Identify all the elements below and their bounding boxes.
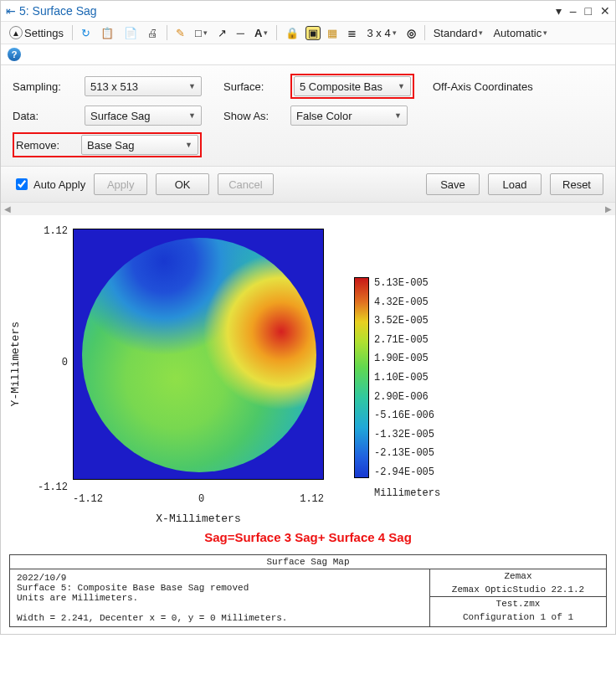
ok-button[interactable]: OK — [156, 173, 209, 195]
heatmap — [73, 229, 324, 480]
back-icon[interactable]: ⇤ — [6, 4, 16, 18]
x-axis-label: X-Millimeters — [73, 512, 324, 525]
apply-button: Apply — [94, 173, 147, 195]
arrow-icon[interactable]: ↗ — [214, 25, 230, 41]
colorbar: 5.13E-005 4.32E-005 3.52E-005 2.71E-005 … — [349, 250, 475, 478]
titlebar: ⇤ 5: Surface Sag ▾ – □ ✕ — [1, 1, 615, 21]
button-row: Auto Apply Apply OK Cancel Save Load Res… — [1, 166, 615, 202]
surface-label: Surface: — [223, 80, 284, 93]
showas-label: Show As: — [223, 110, 284, 122]
chevron-up-icon: ▲ — [9, 26, 23, 39]
reset-button[interactable]: Reset — [550, 173, 603, 195]
save-button[interactable]: Save — [426, 173, 480, 195]
y-axis-label: Y-Millimeters — [9, 322, 31, 406]
row-data-showas: Data: Surface Sag ▼ Show As: False Color… — [13, 106, 603, 126]
surface-highlight: 5 Composite Bas ▼ — [290, 74, 414, 99]
rectangle-icon[interactable]: □ — [192, 25, 211, 41]
auto-apply-checkbox[interactable]: Auto Apply — [13, 176, 85, 193]
minimize-icon[interactable]: – — [570, 4, 577, 18]
grid-size-button[interactable]: 3 x 4 — [363, 25, 399, 41]
sampling-label: Sampling: — [13, 80, 78, 93]
colorbar-gradient — [354, 277, 369, 478]
target-icon[interactable]: ◎ — [403, 25, 419, 41]
help-icon[interactable]: ? — [8, 48, 21, 61]
automatic-dropdown[interactable]: Automatic — [490, 25, 551, 41]
chevron-down-icon: ▼ — [185, 141, 192, 149]
separator — [276, 25, 277, 40]
settings-expand-button[interactable]: ▲ Settings — [6, 24, 67, 41]
horizontal-scrollbar[interactable]: ◀ ▶ — [1, 202, 615, 215]
cb-tick: 5.13E-005 — [374, 277, 434, 289]
cb-tick: -5.16E-006 — [374, 409, 434, 421]
auto-apply-input[interactable] — [16, 178, 28, 190]
footer-body: 2022/10/9 Surface 5: Composite Base Base… — [10, 569, 606, 626]
cancel-button: Cancel — [218, 173, 273, 195]
chevron-down-icon: ▼ — [188, 82, 196, 90]
y-tick-mid: 0 — [31, 357, 73, 368]
print-icon[interactable]: 🖨 — [144, 25, 162, 41]
footer: Surface Sag Map 2022/10/9 Surface 5: Com… — [9, 554, 607, 627]
maximize-icon[interactable]: □ — [585, 4, 592, 18]
window-layout-icon[interactable]: ▦ — [324, 25, 341, 41]
data-label: Data: — [13, 110, 78, 122]
separator — [72, 25, 73, 40]
toolbar: ▲ Settings ↻ 📋 📄 🖨 ✎ □ ↗ ─ A 🔒 ▣ ▦ ≣ 3 x… — [1, 21, 615, 44]
auto-apply-label: Auto Apply — [33, 178, 85, 191]
heatmap-circle — [82, 238, 316, 472]
cb-tick: 2.71E-005 — [374, 334, 434, 346]
plot-area: Y-Millimeters 1.12 0 -1.12 -1.12 0 1.12 … — [1, 215, 615, 554]
fl0: 2022/10/9 — [17, 573, 66, 583]
helpbar: ? — [1, 44, 615, 64]
load-button[interactable]: Load — [488, 173, 542, 195]
fr-bot2: Configuration 1 of 1 — [430, 610, 606, 624]
colorbar-labels: 5.13E-005 4.32E-005 3.52E-005 2.71E-005 … — [374, 277, 434, 478]
line-icon[interactable]: ─ — [234, 25, 248, 41]
x-ticks: -1.12 0 1.12 — [73, 492, 324, 505]
pencil-icon[interactable]: ✎ — [172, 25, 188, 41]
annotation-text: Sag=Surface 3 Sag+ Surface 4 Sag — [9, 528, 607, 549]
sampling-value: 513 x 513 — [90, 80, 138, 93]
sampling-select[interactable]: 513 x 513 ▼ — [85, 76, 202, 96]
x-tick-mid: 0 — [198, 493, 204, 505]
layers-icon[interactable]: ≣ — [344, 25, 360, 41]
surface-value: 5 Composite Bas — [300, 80, 382, 93]
cb-tick: 2.90E-006 — [374, 391, 434, 403]
chevron-down-icon: ▼ — [398, 82, 405, 90]
remove-select[interactable]: Base Sag ▼ — [81, 135, 198, 155]
close-icon[interactable]: ✕ — [600, 4, 610, 18]
fl2: Units are Millimeters. — [17, 593, 138, 603]
surface-select[interactable]: 5 Composite Bas ▼ — [294, 76, 411, 96]
showas-select[interactable]: False Color ▼ — [290, 106, 408, 126]
standard-dropdown[interactable]: Standard — [430, 25, 487, 41]
window-controls: ▾ – □ ✕ — [556, 4, 610, 18]
cb-tick: -1.32E-005 — [374, 429, 434, 440]
copy-icon[interactable]: 📋 — [97, 25, 117, 41]
automatic-label: Automatic — [493, 27, 542, 39]
cb-tick: -2.94E-005 — [374, 466, 434, 478]
lock-icon[interactable]: 🔒 — [282, 25, 302, 41]
row-remove: Remove: Base Sag ▼ — [13, 132, 603, 157]
cb-tick: 1.90E-005 — [374, 353, 434, 364]
dropdown-icon[interactable]: ▾ — [556, 4, 562, 18]
zoom-extents-icon[interactable]: ▣ — [305, 26, 321, 40]
refresh-icon[interactable]: ↻ — [78, 25, 94, 41]
row-sampling-surface: Sampling: 513 x 513 ▼ Surface: 5 Composi… — [13, 74, 603, 99]
scroll-right-icon[interactable]: ▶ — [605, 204, 612, 214]
data-value: Surface Sag — [90, 110, 151, 122]
fl4: Width = 2.241, Decenter x = 0, y = 0 Mil… — [17, 613, 287, 623]
offaxis-label: Off-Axis Coordinates — [433, 80, 533, 93]
text-icon[interactable]: A — [251, 25, 271, 41]
footer-left: 2022/10/9 Surface 5: Composite Base Base… — [10, 569, 430, 626]
remove-highlight: Remove: Base Sag ▼ — [13, 132, 202, 157]
cb-tick: 1.10E-005 — [374, 372, 434, 384]
standard-label: Standard — [434, 27, 478, 39]
scroll-left-icon[interactable]: ◀ — [4, 204, 11, 214]
y-tick-top: 1.12 — [31, 225, 73, 237]
showas-value: False Color — [296, 110, 352, 122]
fr-bot1: Test.zmx — [430, 596, 606, 610]
data-select[interactable]: Surface Sag ▼ — [85, 106, 202, 126]
paste-icon[interactable]: 📄 — [121, 25, 141, 41]
x-tick-left: -1.12 — [73, 493, 103, 505]
footer-title: Surface Sag Map — [10, 555, 606, 569]
y-tick-bot: -1.12 — [31, 481, 73, 493]
